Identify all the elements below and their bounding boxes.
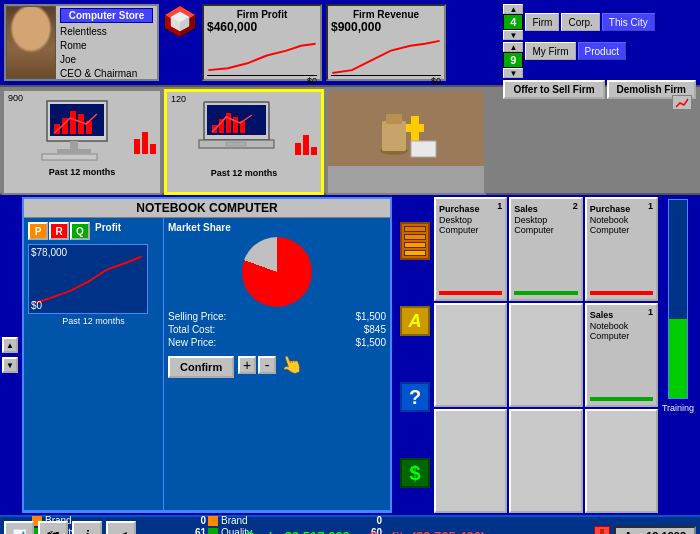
firm-profit-chart [207,36,317,76]
firm-revenue-value: $900,000 [331,20,441,34]
svg-rect-29 [386,114,402,124]
my-brand-value: 0 [200,515,206,526]
desktop-y-max: 900 [8,93,23,103]
desktop-card-label: Past 12 months [4,166,160,178]
svg-rect-24 [226,113,231,133]
bottom-icon-1[interactable]: 📊 [4,521,34,534]
ceo-panel: Computer Store Relentless Rome Joe CEO &… [4,4,159,81]
offer-sell-btn[interactable]: Offer to Sell Firm [503,80,604,99]
firm-btn[interactable]: Firm [525,13,559,31]
new-price-row: New Price: $1,500 [168,337,386,348]
sales-notebook-title: Sales [590,310,614,320]
scroll-down-btn[interactable]: ▼ [2,357,18,373]
firm-num-up[interactable]: ▲ [503,4,523,14]
ceo-avatar [6,6,56,79]
profit-label: Profit: ($3,765,436) [370,529,486,535]
price-plus-btn[interactable]: + [238,356,256,374]
sales-desktop-card[interactable]: Sales 2 DesktopComputer [509,197,582,301]
trend-icon[interactable] [672,95,692,110]
dollar-icon[interactable]: $ [400,458,430,488]
desktop-computer-card[interactable]: 900 [2,89,162,195]
health-products-card[interactable] [326,89,486,195]
action-card-1b[interactable] [434,303,507,407]
svg-rect-32 [411,141,436,157]
selling-price-row: Selling Price: $1,500 [168,311,386,322]
price-minus-btn[interactable]: - [258,356,276,374]
side-icons: A ? $ [396,197,434,513]
corp-btn[interactable]: Corp. [561,13,599,31]
total-cost-value: $845 [364,324,386,335]
books-icon[interactable] [400,222,430,260]
cube-logo [163,4,198,39]
sales-desktop-title: Sales [514,204,538,214]
purchase-notebook-subtitle: NotebookComputer [590,215,653,235]
confirm-btn[interactable]: Confirm [168,356,234,378]
purchase-desktop-title: Purchase [439,204,480,214]
desktop-computer-svg [32,96,132,161]
selling-price-value: $1,500 [355,311,386,322]
purchase-notebook-card[interactable]: Purchase 1 NotebookComputer [585,197,658,301]
action-cards-container: Purchase 1 DesktopComputer Sales 2 Deskt… [434,197,658,513]
bottom-icon-2[interactable]: 🗺 [38,521,68,534]
market-share-pie [242,237,312,307]
back-button[interactable]: ◀ [106,521,136,534]
my-firm-btn[interactable]: My Firm [525,42,575,60]
sales-desktop-num: 2 [573,201,578,211]
ceo-city: Rome [60,40,87,51]
svg-rect-15 [70,111,76,134]
firm-revenue-chart [331,36,441,76]
city-brand-value: 0 [376,515,382,526]
svg-rect-25 [233,117,238,133]
new-price-label: New Price: [168,337,216,348]
training-section: Training [658,197,698,513]
p-btn[interactable]: P [28,222,48,240]
sales-notebook-card[interactable]: Sales 1 NotebookComputer [585,303,658,407]
training-bar [668,199,688,399]
firm-num-down[interactable]: ▼ [503,30,523,40]
q-btn[interactable]: Q [70,222,90,240]
letter-a-icon[interactable]: A [400,306,430,336]
this-city-btn[interactable]: This City [602,13,655,31]
desktop-bars [134,132,156,154]
purchase-desktop-bar [439,291,502,295]
price-info: Selling Price: $1,500 Total Cost: $845 N… [168,311,386,348]
ceo-title: CEO & Chairman [60,68,137,79]
left-scroll: ▲ ▼ [0,195,20,515]
city-brand-label: Brand [221,515,373,526]
training-label: Training [662,403,694,413]
notebook-image-area: 120 [167,92,321,167]
city-brand-icon [208,516,218,526]
my-firm-num-up[interactable]: ▲ [503,42,523,52]
svg-rect-16 [78,114,84,134]
my-firm-number: 9 [503,52,523,68]
wrench-icon[interactable] [594,526,610,534]
purchase-desktop-card[interactable]: Purchase 1 DesktopComputer [434,197,507,301]
bottom-info: Cash: $6,517,662 Profit: ($3,765,436) [140,529,590,535]
pointing-hand-icon: 👆 [277,351,305,379]
action-card-3c[interactable] [585,409,658,513]
product-btn[interactable]: Product [578,42,626,60]
profit-chart-zero: $0 [31,300,42,311]
info-button[interactable]: i [72,521,102,534]
action-card-1c[interactable] [434,409,507,513]
health-image-area [328,91,484,166]
svg-rect-31 [406,124,424,132]
profit-label: Profit [95,222,121,240]
action-card-2b[interactable] [509,303,582,407]
notebook-computer-card[interactable]: 120 [164,89,324,195]
my-firm-num-down[interactable]: ▼ [503,68,523,78]
top-bar: Computer Store Relentless Rome Joe CEO &… [0,0,700,85]
notebook-panel-title: NOTEBOOK COMPUTER [24,199,390,218]
store-name-button[interactable]: Computer Store [60,8,153,23]
sales-notebook-subtitle: NotebookComputer [590,321,653,341]
sales-desktop-bar [514,291,577,295]
cash-value: $6,517,662 [285,529,350,535]
question-icon[interactable]: ? [400,382,430,412]
date-display: Apr 13 1993 [614,526,696,534]
action-col-2: Sales 2 DesktopComputer [509,197,582,513]
purchase-notebook-bar [590,291,653,295]
r-btn[interactable]: R [49,222,69,240]
scroll-up-btn[interactable]: ▲ [2,337,18,353]
total-cost-row: Total Cost: $845 [168,324,386,335]
action-card-2c[interactable] [509,409,582,513]
